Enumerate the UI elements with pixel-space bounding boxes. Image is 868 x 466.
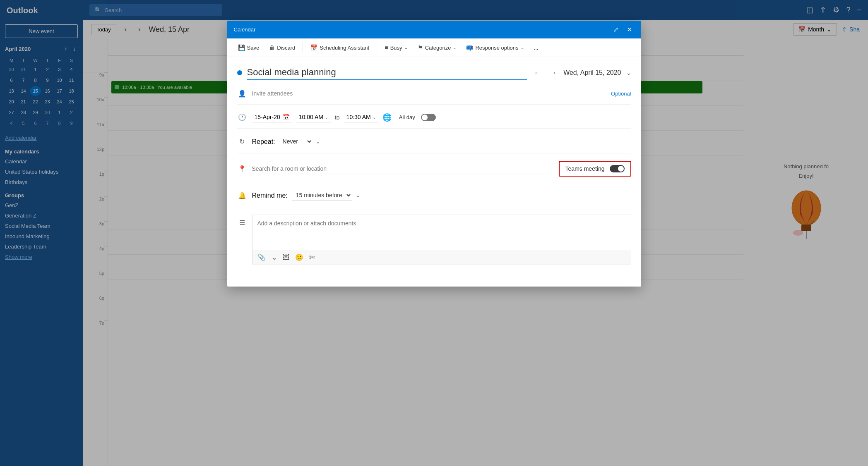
busy-icon: ■ (385, 44, 388, 51)
timezone-button[interactable]: 🌐 (382, 113, 392, 122)
calendar-field-icon: 📅 (283, 114, 290, 120)
attach-button[interactable]: 📎 (257, 253, 266, 261)
teams-meeting-label: Teams meeting (565, 165, 605, 172)
date-dropdown-icon[interactable]: ⌄ (626, 69, 631, 76)
categorize-icon: ⚑ (418, 44, 423, 51)
description-textarea[interactable] (252, 215, 631, 248)
scheduling-assistant-button[interactable]: 📅 Scheduling Assistant (306, 42, 373, 53)
start-time-field[interactable]: 10:00 AM ⌄ (296, 112, 331, 122)
repeat-icon: ↻ (237, 138, 247, 146)
scheduling-label: Scheduling Assistant (320, 45, 369, 51)
repeat-row: ↻ Repeat: Never Daily Weekly Monthly ⌄ (237, 136, 631, 153)
teams-toggle-track (610, 165, 625, 172)
optional-button[interactable]: Optional (611, 91, 631, 97)
repeat-chevron-icon: ⌄ (316, 139, 320, 145)
location-row: 📍 Teams meeting (237, 161, 631, 182)
bell-icon: 🔔 (237, 191, 247, 199)
title-dot (237, 70, 242, 75)
categorize-label: Categorize (425, 45, 451, 51)
end-time-value: 10:30 AM (346, 114, 371, 120)
allday-toggle-track (421, 114, 436, 121)
toolbar-divider-1 (303, 43, 303, 53)
save-label: Save (247, 45, 260, 51)
start-time-chevron-icon: ⌄ (325, 115, 328, 119)
busy-chevron-icon: ⌄ (404, 45, 408, 50)
reminder-label: Remind me: (252, 192, 288, 199)
image-button[interactable]: 🖼 (283, 254, 289, 261)
clock-icon: 🕐 (237, 113, 247, 121)
repeat-label: Repeat: (252, 138, 275, 146)
busy-button[interactable]: ■ Busy ⌄ (380, 42, 411, 53)
modal-body: ← → Wed, April 15, 2020 ⌄ 👤 Optional 🕐 1… (227, 57, 641, 287)
modal-title-bar: Calendar ⤢ ✕ (227, 21, 641, 38)
signature-button[interactable]: ✄ (309, 253, 315, 261)
response-chevron-icon: ⌄ (521, 45, 524, 50)
discard-label: Discard (277, 45, 295, 51)
date-nav-next-button[interactable]: → (548, 67, 558, 79)
start-time-value: 10:00 AM (299, 114, 323, 120)
description-content: 📎 ⌄ 🖼 🙂 ✄ (252, 215, 631, 265)
end-time-chevron-icon: ⌄ (373, 115, 376, 119)
toolbar-divider-2 (377, 43, 377, 53)
save-button[interactable]: 💾 Save (234, 42, 264, 53)
response-label: Response options (475, 45, 518, 51)
repeat-content: Repeat: Never Daily Weekly Monthly ⌄ (252, 136, 631, 147)
categorize-button[interactable]: ⚑ Categorize ⌄ (414, 42, 461, 53)
response-icon: 📪 (466, 44, 473, 51)
event-title-row: ← → Wed, April 15, 2020 ⌄ (237, 65, 631, 80)
calendar-event-modal: Calendar ⤢ ✕ 💾 Save 🗑 Discard 📅 Scheduli… (227, 21, 641, 287)
datetime-row: 🕐 15-Apr-20 📅 10:00 AM ⌄ to 10:30 AM ⌄ (237, 112, 631, 129)
save-icon: 💾 (238, 44, 245, 51)
teams-toggle-thumb (618, 166, 624, 172)
description-toolbar: 📎 ⌄ 🖼 🙂 ✄ (252, 250, 631, 265)
date-field[interactable]: 15-Apr-20 📅 (252, 112, 292, 122)
discard-icon: 🗑 (269, 44, 275, 51)
description-icon: ☰ (237, 219, 247, 227)
location-icon: 📍 (237, 165, 247, 173)
more-icon: ... (534, 45, 539, 51)
allday-toggle[interactable] (421, 114, 436, 121)
location-content: Teams meeting (252, 161, 631, 177)
event-date-display: Wed, April 15, 2020 (563, 69, 621, 76)
event-title-input[interactable] (247, 65, 527, 80)
attendees-row: 👤 Optional (237, 88, 631, 105)
modal-controls: ⤢ ✕ (611, 25, 635, 34)
modal-toolbar: 💾 Save 🗑 Discard 📅 Scheduling Assistant … (227, 38, 641, 57)
attendees-icon: 👤 (237, 90, 247, 98)
reminder-select[interactable]: 15 minutes before 30 minutes before 1 ho… (292, 190, 352, 201)
repeat-select[interactable]: Never Daily Weekly Monthly (279, 136, 313, 147)
datetime-content: 15-Apr-20 📅 10:00 AM ⌄ to 10:30 AM ⌄ 🌐 A… (252, 112, 631, 122)
teams-meeting-switch[interactable] (610, 165, 625, 172)
teams-meeting-toggle: Teams meeting (559, 161, 631, 177)
description-row: ☰ 📎 ⌄ 🖼 🙂 ✄ (237, 215, 631, 271)
emoji-button[interactable]: 🙂 (295, 253, 303, 261)
modal-close-button[interactable]: ✕ (624, 25, 635, 34)
reminder-content: Remind me: 15 minutes before 30 minutes … (252, 190, 631, 201)
more-options-button[interactable]: ... (530, 42, 543, 53)
categorize-chevron-icon: ⌄ (453, 45, 456, 50)
date-value: 15-Apr-20 (255, 114, 280, 120)
attendees-input[interactable] (252, 88, 607, 98)
allday-toggle-thumb (422, 115, 428, 120)
reminder-row: 🔔 Remind me: 15 minutes before 30 minute… (237, 190, 631, 207)
busy-label: Busy (390, 45, 402, 51)
attendees-content: Optional (252, 88, 631, 98)
end-time-field[interactable]: 10:30 AM ⌄ (344, 112, 378, 122)
scheduling-icon: 📅 (310, 44, 317, 51)
description-area: 📎 ⌄ 🖼 🙂 ✄ (252, 215, 631, 265)
allday-label: All day (399, 114, 415, 120)
to-text: to (335, 114, 340, 121)
modal-popout-button[interactable]: ⤢ (611, 25, 621, 34)
attach-chevron-button[interactable]: ⌄ (272, 253, 277, 261)
modal-overlay: Calendar ⤢ ✕ 💾 Save 🗑 Discard 📅 Scheduli… (0, 0, 868, 466)
modal-title: Calendar (234, 26, 256, 33)
reminder-chevron-icon: ⌄ (356, 193, 360, 198)
location-input[interactable] (252, 164, 551, 174)
response-options-button[interactable]: 📪 Response options ⌄ (462, 42, 528, 53)
date-nav-prev-button[interactable]: ← (532, 67, 543, 79)
discard-button[interactable]: 🗑 Discard (265, 42, 299, 53)
